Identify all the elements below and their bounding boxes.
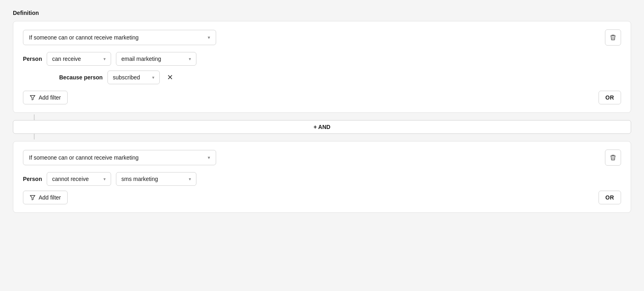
marketing-value-2: sms marketing — [121, 176, 158, 182]
definition-label: Definition — [13, 10, 631, 16]
person-row-2: Person cannot receive ▾ sms marketing ▾ — [23, 172, 621, 186]
because-label-1: Because person — [59, 74, 103, 81]
delete-button-1[interactable] — [605, 29, 621, 46]
condition-block-2: If someone can or cannot receive marketi… — [13, 141, 631, 213]
trash-icon-2 — [610, 154, 616, 161]
and-connector-section: + AND — [13, 114, 631, 139]
condition-type-label-1: If someone can or cannot receive marketi… — [29, 34, 138, 41]
receive-dropdown-1[interactable]: can receive ▾ — [47, 52, 111, 66]
because-row-1: Because person subscribed ▾ ✕ — [59, 71, 621, 84]
marketing-dropdown-2[interactable]: sms marketing ▾ — [116, 172, 196, 186]
add-filter-button-2[interactable]: Add filter — [23, 191, 68, 204]
condition-type-chevron-2: ▾ — [208, 155, 210, 160]
condition-type-chevron-1: ▾ — [208, 35, 210, 40]
receive-chevron-2: ▾ — [103, 177, 106, 182]
receive-dropdown-2[interactable]: cannot receive ▾ — [47, 172, 111, 186]
funnel-icon-1 — [30, 95, 35, 100]
and-label: + AND — [314, 124, 330, 130]
person-label-2: Person — [23, 176, 42, 182]
marketing-dropdown-1[interactable]: email marketing ▾ — [116, 52, 196, 66]
marketing-value-1: email marketing — [121, 56, 161, 62]
or-button-1[interactable]: OR — [599, 91, 621, 104]
condition-type-label-2: If someone can or cannot receive marketi… — [29, 154, 138, 161]
remove-because-button-1[interactable]: ✕ — [165, 73, 175, 82]
delete-button-2[interactable] — [605, 150, 621, 166]
and-button[interactable]: + AND — [13, 120, 631, 134]
because-chevron-1: ▾ — [152, 75, 155, 80]
add-filter-label-1: Add filter — [39, 94, 61, 101]
marketing-chevron-1: ▾ — [189, 56, 191, 62]
because-value-1: subscribed — [113, 74, 140, 81]
filter-icon-1 — [30, 95, 35, 100]
actions-row-1: Add filter OR — [23, 91, 621, 104]
trash-icon-1 — [610, 34, 616, 41]
condition-header-1: If someone can or cannot receive marketi… — [23, 29, 621, 46]
condition-block-1: If someone can or cannot receive marketi… — [13, 21, 631, 113]
receive-value-1: can receive — [52, 56, 81, 62]
condition-header-2: If someone can or cannot receive marketi… — [23, 150, 621, 166]
or-label-2: OR — [605, 194, 614, 201]
filter-icon-2 — [30, 195, 35, 200]
person-label-1: Person — [23, 56, 42, 62]
add-filter-button-1[interactable]: Add filter — [23, 91, 68, 104]
definition-section: Definition If someone can or cannot rece… — [13, 10, 631, 213]
or-button-2[interactable]: OR — [599, 191, 621, 204]
connector-line-bottom — [34, 134, 35, 139]
receive-chevron-1: ▾ — [103, 56, 106, 62]
funnel-icon-2 — [30, 195, 35, 200]
connector-line-top — [34, 114, 35, 120]
actions-row-2: Add filter OR — [23, 191, 621, 204]
condition-type-dropdown-2[interactable]: If someone can or cannot receive marketi… — [23, 150, 216, 165]
person-row-1: Person can receive ▾ email marketing ▾ — [23, 52, 621, 66]
receive-value-2: cannot receive — [52, 176, 89, 182]
add-filter-label-2: Add filter — [39, 194, 61, 201]
because-dropdown-1[interactable]: subscribed ▾ — [107, 71, 160, 84]
condition-type-dropdown-1[interactable]: If someone can or cannot receive marketi… — [23, 30, 216, 45]
or-label-1: OR — [605, 94, 614, 101]
marketing-chevron-2: ▾ — [189, 177, 191, 182]
